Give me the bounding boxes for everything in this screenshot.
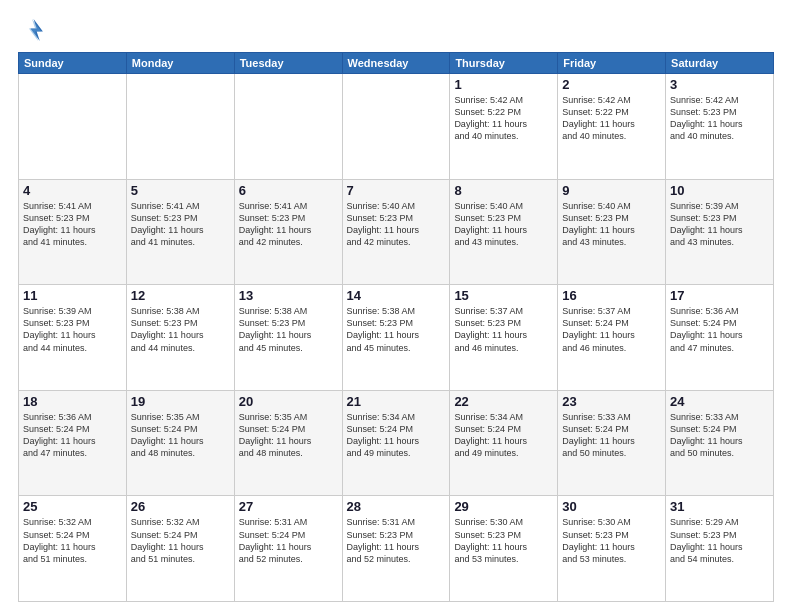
- calendar-cell-2-0: 11Sunrise: 5:39 AM Sunset: 5:23 PM Dayli…: [19, 285, 127, 391]
- day-number: 18: [23, 394, 122, 409]
- calendar-cell-1-3: 7Sunrise: 5:40 AM Sunset: 5:23 PM Daylig…: [342, 179, 450, 285]
- calendar-cell-0-4: 1Sunrise: 5:42 AM Sunset: 5:22 PM Daylig…: [450, 74, 558, 180]
- day-number: 4: [23, 183, 122, 198]
- calendar-cell-4-1: 26Sunrise: 5:32 AM Sunset: 5:24 PM Dayli…: [126, 496, 234, 602]
- day-info: Sunrise: 5:37 AM Sunset: 5:23 PM Dayligh…: [454, 305, 553, 354]
- calendar-cell-3-4: 22Sunrise: 5:34 AM Sunset: 5:24 PM Dayli…: [450, 390, 558, 496]
- day-number: 30: [562, 499, 661, 514]
- calendar-table: SundayMondayTuesdayWednesdayThursdayFrid…: [18, 52, 774, 602]
- day-info: Sunrise: 5:30 AM Sunset: 5:23 PM Dayligh…: [454, 516, 553, 565]
- day-number: 14: [347, 288, 446, 303]
- calendar-cell-0-0: [19, 74, 127, 180]
- day-info: Sunrise: 5:39 AM Sunset: 5:23 PM Dayligh…: [670, 200, 769, 249]
- week-row-2: 11Sunrise: 5:39 AM Sunset: 5:23 PM Dayli…: [19, 285, 774, 391]
- day-info: Sunrise: 5:31 AM Sunset: 5:23 PM Dayligh…: [347, 516, 446, 565]
- calendar-cell-4-2: 27Sunrise: 5:31 AM Sunset: 5:24 PM Dayli…: [234, 496, 342, 602]
- calendar-cell-2-3: 14Sunrise: 5:38 AM Sunset: 5:23 PM Dayli…: [342, 285, 450, 391]
- day-number: 11: [23, 288, 122, 303]
- day-number: 2: [562, 77, 661, 92]
- day-info: Sunrise: 5:38 AM Sunset: 5:23 PM Dayligh…: [347, 305, 446, 354]
- day-number: 22: [454, 394, 553, 409]
- day-number: 28: [347, 499, 446, 514]
- day-number: 8: [454, 183, 553, 198]
- day-info: Sunrise: 5:35 AM Sunset: 5:24 PM Dayligh…: [131, 411, 230, 460]
- calendar-cell-4-0: 25Sunrise: 5:32 AM Sunset: 5:24 PM Dayli…: [19, 496, 127, 602]
- day-info: Sunrise: 5:37 AM Sunset: 5:24 PM Dayligh…: [562, 305, 661, 354]
- day-info: Sunrise: 5:32 AM Sunset: 5:24 PM Dayligh…: [131, 516, 230, 565]
- day-number: 27: [239, 499, 338, 514]
- calendar-cell-3-6: 24Sunrise: 5:33 AM Sunset: 5:24 PM Dayli…: [666, 390, 774, 496]
- calendar-cell-2-6: 17Sunrise: 5:36 AM Sunset: 5:24 PM Dayli…: [666, 285, 774, 391]
- calendar-cell-4-3: 28Sunrise: 5:31 AM Sunset: 5:23 PM Dayli…: [342, 496, 450, 602]
- day-info: Sunrise: 5:29 AM Sunset: 5:23 PM Dayligh…: [670, 516, 769, 565]
- day-number: 7: [347, 183, 446, 198]
- day-number: 1: [454, 77, 553, 92]
- week-row-1: 4Sunrise: 5:41 AM Sunset: 5:23 PM Daylig…: [19, 179, 774, 285]
- calendar-cell-2-5: 16Sunrise: 5:37 AM Sunset: 5:24 PM Dayli…: [558, 285, 666, 391]
- day-info: Sunrise: 5:41 AM Sunset: 5:23 PM Dayligh…: [131, 200, 230, 249]
- day-info: Sunrise: 5:32 AM Sunset: 5:24 PM Dayligh…: [23, 516, 122, 565]
- day-number: 19: [131, 394, 230, 409]
- calendar-cell-1-4: 8Sunrise: 5:40 AM Sunset: 5:23 PM Daylig…: [450, 179, 558, 285]
- calendar-cell-0-2: [234, 74, 342, 180]
- day-number: 20: [239, 394, 338, 409]
- day-info: Sunrise: 5:40 AM Sunset: 5:23 PM Dayligh…: [347, 200, 446, 249]
- day-info: Sunrise: 5:40 AM Sunset: 5:23 PM Dayligh…: [562, 200, 661, 249]
- day-info: Sunrise: 5:36 AM Sunset: 5:24 PM Dayligh…: [23, 411, 122, 460]
- page: SundayMondayTuesdayWednesdayThursdayFrid…: [0, 0, 792, 612]
- week-row-0: 1Sunrise: 5:42 AM Sunset: 5:22 PM Daylig…: [19, 74, 774, 180]
- day-number: 31: [670, 499, 769, 514]
- day-info: Sunrise: 5:42 AM Sunset: 5:23 PM Dayligh…: [670, 94, 769, 143]
- weekday-monday: Monday: [126, 53, 234, 74]
- day-info: Sunrise: 5:34 AM Sunset: 5:24 PM Dayligh…: [347, 411, 446, 460]
- day-number: 5: [131, 183, 230, 198]
- day-info: Sunrise: 5:31 AM Sunset: 5:24 PM Dayligh…: [239, 516, 338, 565]
- day-number: 6: [239, 183, 338, 198]
- calendar-cell-3-5: 23Sunrise: 5:33 AM Sunset: 5:24 PM Dayli…: [558, 390, 666, 496]
- day-info: Sunrise: 5:40 AM Sunset: 5:23 PM Dayligh…: [454, 200, 553, 249]
- calendar-cell-3-2: 20Sunrise: 5:35 AM Sunset: 5:24 PM Dayli…: [234, 390, 342, 496]
- day-info: Sunrise: 5:35 AM Sunset: 5:24 PM Dayligh…: [239, 411, 338, 460]
- calendar-cell-4-5: 30Sunrise: 5:30 AM Sunset: 5:23 PM Dayli…: [558, 496, 666, 602]
- day-info: Sunrise: 5:34 AM Sunset: 5:24 PM Dayligh…: [454, 411, 553, 460]
- day-info: Sunrise: 5:36 AM Sunset: 5:24 PM Dayligh…: [670, 305, 769, 354]
- day-info: Sunrise: 5:38 AM Sunset: 5:23 PM Dayligh…: [131, 305, 230, 354]
- day-number: 9: [562, 183, 661, 198]
- calendar-cell-4-4: 29Sunrise: 5:30 AM Sunset: 5:23 PM Dayli…: [450, 496, 558, 602]
- day-number: 3: [670, 77, 769, 92]
- day-info: Sunrise: 5:42 AM Sunset: 5:22 PM Dayligh…: [454, 94, 553, 143]
- weekday-friday: Friday: [558, 53, 666, 74]
- day-number: 26: [131, 499, 230, 514]
- day-number: 16: [562, 288, 661, 303]
- day-number: 24: [670, 394, 769, 409]
- calendar-cell-1-0: 4Sunrise: 5:41 AM Sunset: 5:23 PM Daylig…: [19, 179, 127, 285]
- calendar-cell-2-2: 13Sunrise: 5:38 AM Sunset: 5:23 PM Dayli…: [234, 285, 342, 391]
- calendar-cell-0-1: [126, 74, 234, 180]
- calendar-cell-3-3: 21Sunrise: 5:34 AM Sunset: 5:24 PM Dayli…: [342, 390, 450, 496]
- logo: [18, 16, 50, 44]
- calendar-cell-0-6: 3Sunrise: 5:42 AM Sunset: 5:23 PM Daylig…: [666, 74, 774, 180]
- day-number: 17: [670, 288, 769, 303]
- calendar-cell-3-0: 18Sunrise: 5:36 AM Sunset: 5:24 PM Dayli…: [19, 390, 127, 496]
- calendar-cell-3-1: 19Sunrise: 5:35 AM Sunset: 5:24 PM Dayli…: [126, 390, 234, 496]
- day-info: Sunrise: 5:39 AM Sunset: 5:23 PM Dayligh…: [23, 305, 122, 354]
- day-number: 25: [23, 499, 122, 514]
- calendar-cell-1-6: 10Sunrise: 5:39 AM Sunset: 5:23 PM Dayli…: [666, 179, 774, 285]
- weekday-thursday: Thursday: [450, 53, 558, 74]
- week-row-4: 25Sunrise: 5:32 AM Sunset: 5:24 PM Dayli…: [19, 496, 774, 602]
- day-info: Sunrise: 5:30 AM Sunset: 5:23 PM Dayligh…: [562, 516, 661, 565]
- calendar-cell-1-1: 5Sunrise: 5:41 AM Sunset: 5:23 PM Daylig…: [126, 179, 234, 285]
- logo-icon: [18, 16, 46, 44]
- day-info: Sunrise: 5:33 AM Sunset: 5:24 PM Dayligh…: [670, 411, 769, 460]
- day-number: 15: [454, 288, 553, 303]
- calendar-cell-2-4: 15Sunrise: 5:37 AM Sunset: 5:23 PM Dayli…: [450, 285, 558, 391]
- calendar-cell-1-2: 6Sunrise: 5:41 AM Sunset: 5:23 PM Daylig…: [234, 179, 342, 285]
- weekday-header-row: SundayMondayTuesdayWednesdayThursdayFrid…: [19, 53, 774, 74]
- day-info: Sunrise: 5:33 AM Sunset: 5:24 PM Dayligh…: [562, 411, 661, 460]
- calendar-cell-2-1: 12Sunrise: 5:38 AM Sunset: 5:23 PM Dayli…: [126, 285, 234, 391]
- weekday-tuesday: Tuesday: [234, 53, 342, 74]
- calendar-cell-1-5: 9Sunrise: 5:40 AM Sunset: 5:23 PM Daylig…: [558, 179, 666, 285]
- day-number: 13: [239, 288, 338, 303]
- day-info: Sunrise: 5:41 AM Sunset: 5:23 PM Dayligh…: [239, 200, 338, 249]
- day-number: 29: [454, 499, 553, 514]
